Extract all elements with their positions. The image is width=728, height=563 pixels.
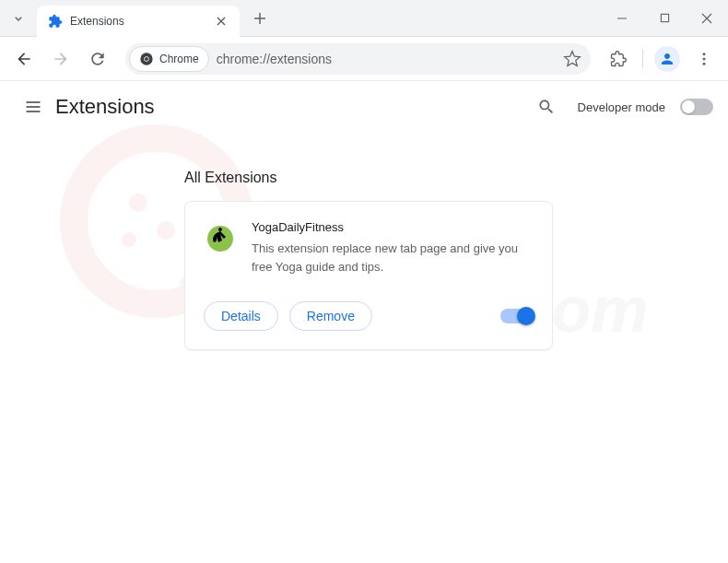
profile-button[interactable] — [651, 42, 684, 76]
chrome-chip-label: Chrome — [159, 53, 199, 65]
remove-button[interactable]: Remove — [289, 301, 372, 331]
maximize-button[interactable] — [643, 0, 686, 37]
browser-tab[interactable]: Extensions — [37, 6, 240, 37]
search-icon — [537, 98, 556, 116]
arrow-left-icon — [15, 50, 33, 68]
tab-close-button[interactable] — [214, 14, 229, 29]
extension-card-bottom: Details Remove — [204, 301, 534, 331]
close-icon — [701, 13, 712, 24]
maximize-icon — [660, 13, 670, 23]
dev-mode-toggle[interactable] — [680, 99, 713, 115]
address-bar[interactable]: Chrome chrome://extensions — [125, 43, 591, 75]
toolbar: Chrome chrome://extensions — [0, 37, 728, 81]
forward-button[interactable] — [44, 42, 77, 76]
tab-search-dropdown[interactable] — [0, 0, 37, 37]
extension-name: YogaDailyFitness — [252, 220, 534, 234]
extension-info: YogaDailyFitness This extension replace … — [252, 220, 534, 276]
profile-avatar — [654, 46, 680, 72]
svg-point-13 — [703, 62, 706, 65]
address-url: chrome://extensions — [217, 52, 558, 66]
divider — [642, 50, 643, 68]
page-title: Extensions — [55, 95, 155, 119]
minimize-icon — [616, 13, 628, 24]
menu-button[interactable] — [687, 42, 721, 76]
titlebar: Extensions — [0, 0, 728, 37]
details-button[interactable]: Details — [204, 301, 278, 331]
window-controls — [601, 0, 728, 37]
close-window-button[interactable] — [686, 0, 728, 37]
reload-icon — [88, 50, 107, 68]
yoga-icon — [204, 220, 237, 253]
hamburger-menu-button[interactable] — [15, 88, 52, 125]
extension-icon — [204, 220, 237, 253]
extension-toggle[interactable] — [500, 309, 534, 323]
svg-rect-7 — [661, 14, 668, 21]
extensions-button[interactable] — [602, 42, 635, 76]
extension-card-top: YogaDailyFitness This extension replace … — [204, 220, 534, 276]
toolbar-right — [602, 42, 721, 76]
puzzle-icon — [610, 51, 627, 67]
star-icon — [563, 50, 581, 68]
content: All Extensions YogaDailyFitness This ext… — [0, 133, 728, 350]
close-icon — [217, 17, 226, 26]
search-button[interactable] — [530, 90, 563, 123]
section-title: All Extensions — [184, 170, 728, 186]
bookmark-button[interactable] — [558, 44, 587, 74]
svg-point-12 — [703, 57, 706, 60]
minimize-button[interactable] — [601, 0, 643, 37]
tab-title: Extensions — [70, 15, 214, 28]
extension-puzzle-icon — [48, 14, 63, 29]
header-right: Developer mode — [530, 90, 713, 123]
chrome-logo-icon — [139, 52, 154, 66]
new-tab-button[interactable] — [247, 6, 273, 31]
svg-point-10 — [145, 57, 148, 61]
reload-button[interactable] — [81, 42, 114, 76]
arrow-right-icon — [52, 50, 70, 68]
toggle-thumb — [517, 307, 535, 325]
person-icon — [659, 51, 675, 67]
hamburger-icon — [24, 98, 42, 116]
back-button[interactable] — [7, 42, 41, 76]
dots-vertical-icon — [696, 51, 712, 67]
chevron-down-icon — [11, 11, 26, 26]
extension-card: YogaDailyFitness This extension replace … — [184, 201, 553, 350]
dev-mode-label: Developer mode — [578, 100, 665, 114]
extensions-header: Extensions Developer mode — [0, 81, 728, 133]
plus-icon — [253, 12, 266, 25]
chrome-chip[interactable]: Chrome — [129, 46, 209, 72]
extension-description: This extension replace new tab page and … — [252, 240, 534, 276]
toggle-thumb — [682, 100, 695, 113]
svg-point-11 — [703, 53, 706, 55]
